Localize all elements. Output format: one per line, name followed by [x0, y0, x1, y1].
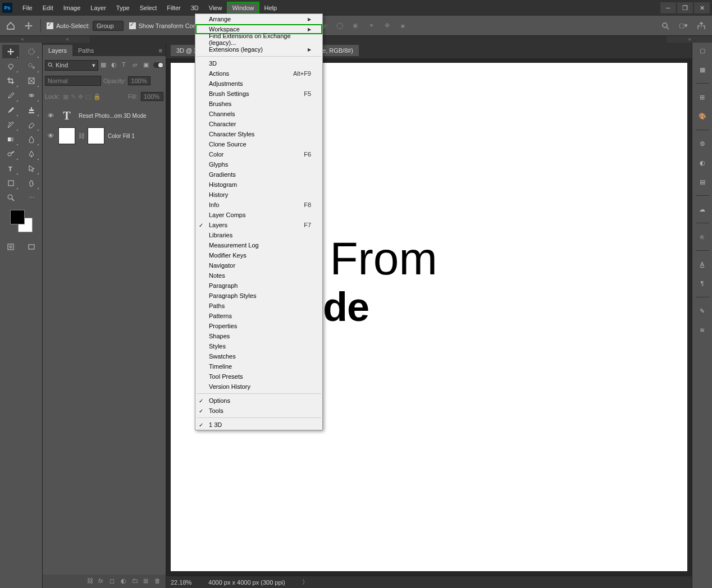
menu-item-actions[interactable]: ActionsAlt+F9 — [195, 68, 322, 79]
collapse-left[interactable]: « — [0, 36, 45, 43]
show-transform-checkbox[interactable] — [129, 22, 136, 29]
panel-menu-icon[interactable]: ≡ — [156, 45, 166, 56]
healing-tool[interactable] — [23, 89, 40, 102]
lock-artboard-icon[interactable]: ▢ — [85, 93, 91, 100]
menu-item-swatches[interactable]: Swatches — [195, 351, 322, 361]
new-layer-icon[interactable]: ⊞ — [143, 577, 151, 585]
menu-item-version-history[interactable]: Version History — [195, 382, 322, 392]
color-swatches[interactable] — [10, 210, 33, 232]
filter-kind-select[interactable]: Kind ▾ — [45, 60, 98, 71]
dock-presets-icon[interactable]: ≋ — [697, 324, 708, 336]
menu-edit[interactable]: Edit — [38, 2, 58, 13]
filter-pixel-icon[interactable]: ▦ — [101, 61, 108, 69]
menu-item-options[interactable]: ✓Options — [195, 396, 322, 406]
3d-zoom-icon[interactable]: ■ — [396, 20, 409, 32]
minimize-button[interactable]: ─ — [660, 2, 676, 13]
menu-item-color[interactable]: ColorF6 — [195, 149, 322, 159]
auto-select-dropdown[interactable]: Group — [93, 21, 124, 31]
fx-icon[interactable]: fx — [98, 577, 106, 585]
dock-para-icon[interactable]: ¶ — [697, 278, 708, 289]
menu-item-styles[interactable]: Styles — [195, 341, 322, 351]
home-icon[interactable] — [4, 20, 17, 32]
doc-dimensions[interactable]: 4000 px x 4000 px (300 ppi) — [208, 579, 285, 586]
move-tool-icon[interactable] — [22, 20, 35, 32]
share-icon[interactable] — [695, 20, 708, 32]
menu-item-shapes[interactable]: Shapes — [195, 331, 322, 341]
menu-item-navigator[interactable]: Navigator — [195, 260, 322, 270]
auto-select-checkbox[interactable] — [47, 22, 53, 29]
menu-item-gradients[interactable]: Gradients — [195, 169, 322, 180]
visibility-icon[interactable]: 👁 — [46, 132, 55, 139]
group-icon[interactable]: 🗀 — [132, 577, 140, 585]
dock-char-icon[interactable]: A — [697, 259, 708, 270]
dock-grid-icon[interactable]: ⊞ — [697, 91, 708, 103]
shape-tool[interactable] — [2, 176, 19, 190]
lock-position-icon[interactable]: ✥ — [78, 93, 83, 100]
menu-item-history[interactable]: History — [195, 190, 322, 200]
tab-paths[interactable]: Paths — [72, 45, 99, 56]
status-arrow-icon[interactable]: 〉 — [302, 578, 308, 586]
collapse-right[interactable]: » — [667, 36, 712, 43]
menu-file[interactable]: File — [18, 2, 37, 13]
3d-orbit-icon[interactable]: ◯ — [334, 20, 346, 32]
filter-type-icon[interactable]: T — [122, 61, 130, 69]
menu-item-adjustments[interactable]: Adjustments — [195, 79, 322, 89]
menu-item-tools[interactable]: ✓Tools — [195, 406, 322, 416]
tab-layers[interactable]: Layers — [43, 45, 72, 56]
menu-item-properties[interactable]: Properties — [195, 321, 322, 331]
lasso-tool[interactable] — [2, 59, 19, 73]
eyedropper-tool[interactable] — [2, 89, 19, 102]
menu-item-brushes[interactable]: Brushes — [195, 99, 322, 109]
type-tool[interactable]: T — [2, 162, 19, 175]
menu-item-1-3d[interactable]: ✓1 3D — [195, 420, 322, 430]
menu-item-measurement-log[interactable]: Measurement Log — [195, 240, 322, 250]
eraser-tool[interactable] — [23, 118, 40, 131]
move-tool[interactable] — [2, 45, 19, 58]
dock-cloud-icon[interactable]: ☁ — [697, 204, 708, 215]
menu-type[interactable]: Type — [112, 2, 134, 13]
menu-view[interactable]: View — [204, 2, 227, 13]
dock-properties-icon[interactable]: ▢ — [697, 45, 708, 56]
blend-mode-select[interactable]: Normal — [45, 76, 101, 86]
filter-toggle[interactable] — [153, 62, 163, 68]
menu-item-notes[interactable]: Notes — [195, 270, 322, 281]
maximize-button[interactable]: ❐ — [677, 2, 693, 13]
menu-item-arrange[interactable]: Arrange▶ — [195, 14, 322, 24]
dock-library-icon[interactable]: ▤ — [697, 176, 708, 187]
menu-item-extensions-legacy-[interactable]: Extensions (legacy)▶ — [195, 44, 322, 54]
menu-item-paragraph-styles[interactable]: Paragraph Styles — [195, 291, 322, 301]
quick-select-tool[interactable] — [23, 59, 40, 73]
brush-tool[interactable] — [2, 103, 19, 117]
menu-help[interactable]: Help — [260, 2, 282, 13]
filter-smart-icon[interactable]: ▣ — [143, 61, 151, 69]
link-layers-icon[interactable]: ⛓ — [87, 577, 95, 585]
menu-item-timeline[interactable]: Timeline — [195, 361, 322, 371]
menu-item-channels[interactable]: Channels — [195, 109, 322, 119]
zoom-tool[interactable] — [2, 191, 19, 204]
3d-roll-icon[interactable]: ◉ — [349, 20, 362, 32]
menu-layer[interactable]: Layer — [86, 2, 111, 13]
menu-item-paragraph[interactable]: Paragraph — [195, 281, 322, 291]
menu-item-paths[interactable]: Paths — [195, 301, 322, 311]
filter-adjust-icon[interactable]: ◐ — [111, 61, 119, 69]
menu-item-find-extensions-on-exchange-legacy-[interactable]: Find Extensions on Exchange (legacy)... — [195, 34, 322, 44]
visibility-icon[interactable]: 👁 — [46, 112, 55, 119]
menu-item-tool-presets[interactable]: Tool Presets — [195, 371, 322, 382]
blur-tool[interactable] — [23, 132, 40, 146]
3d-slide-icon[interactable]: ✥ — [381, 20, 393, 32]
dock-color-icon[interactable]: 🎨 — [697, 111, 708, 122]
lock-pixels-icon[interactable]: ▦ — [63, 93, 69, 100]
lock-all-icon[interactable]: 🔒 — [93, 93, 101, 100]
menu-item-brush-settings[interactable]: Brush SettingsF5 — [195, 89, 322, 99]
menu-select[interactable]: Select — [135, 2, 162, 13]
dock-swatches-icon[interactable]: ▦ — [697, 64, 708, 75]
path-select-tool[interactable] — [23, 162, 40, 175]
close-button[interactable]: ✕ — [694, 2, 710, 13]
menu-item-clone-source[interactable]: Clone Source — [195, 139, 322, 149]
link-icon[interactable]: ⛓ — [79, 132, 84, 139]
search-icon[interactable] — [659, 20, 672, 32]
menu-item-layer-comps[interactable]: Layer Comps — [195, 210, 322, 220]
fill-input[interactable]: 100% — [141, 92, 163, 101]
collapse-left2[interactable]: « — [45, 36, 90, 43]
adjustment-icon[interactable]: ◐ — [121, 577, 129, 585]
